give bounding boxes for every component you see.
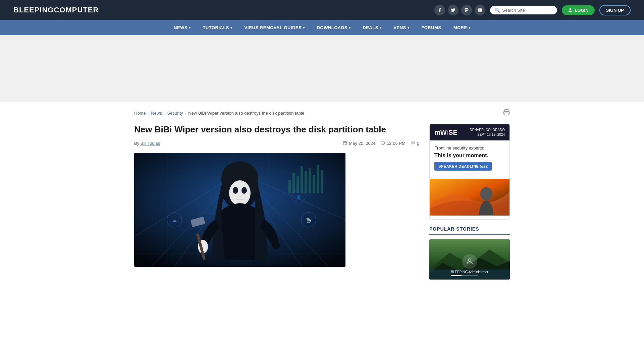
article-time: 12:06 PM — [381, 141, 406, 146]
story-progress-fill — [451, 275, 462, 276]
article-hero-image: 🔒 ☁ 📡 👤 — [134, 153, 345, 267]
nav-arrow-virus-removal: ▾ — [303, 26, 305, 29]
comment-icon — [411, 141, 415, 146]
svg-rect-2 — [505, 113, 508, 115]
ad-location: DENVER, COLORADO SEPT 18-19, 2024 — [470, 128, 505, 137]
nav-item-news[interactable]: NEWS ▾ — [168, 20, 197, 35]
nav-item-more[interactable]: MORE ▾ — [447, 20, 477, 35]
popular-stories-section: POPULAR STORIES — [429, 226, 510, 280]
svg-rect-27 — [297, 176, 299, 193]
svg-rect-30 — [309, 168, 311, 193]
nav-item-virus-removal[interactable]: VIRUS REMOVAL GUIDES ▾ — [238, 20, 311, 35]
breadcrumb: Home › News › Security › New BiBi Wiper … — [134, 109, 510, 117]
article-author-line: By Bill Toulas — [134, 141, 160, 146]
clock-icon — [381, 141, 385, 146]
article-main: New BiBi Wiper version also destroys the… — [134, 124, 419, 267]
popular-story-image[interactable]: BLEEPING\Administrator — [429, 239, 510, 280]
story-overlay: BLEEPING\Administrator — [451, 254, 488, 276]
login-button[interactable]: LOGIN — [562, 5, 594, 15]
header-right: 🔍 LOGIN SIGN UP — [434, 5, 631, 15]
svg-point-53 — [480, 187, 492, 200]
svg-rect-29 — [305, 171, 307, 193]
breadcrumb-sep-3: › — [185, 111, 186, 115]
article-date: May 20, 2024 — [343, 141, 375, 146]
calendar-icon — [343, 141, 347, 146]
nav-arrow-downloads: ▾ — [349, 26, 351, 29]
nav-arrow-vpns: ▾ — [408, 26, 410, 29]
story-avatar — [462, 254, 477, 269]
comments-link[interactable]: 0 — [417, 141, 419, 146]
svg-text:👤: 👤 — [296, 194, 301, 199]
site-header: BLEEPINGCOMPUTER 🔍 LOGIN SIGN UP — [0, 0, 644, 20]
svg-point-1 — [570, 8, 571, 10]
twitter-icon[interactable] — [448, 5, 459, 15]
svg-rect-3 — [343, 141, 347, 145]
svg-point-45 — [229, 180, 251, 206]
breadcrumb-security[interactable]: Security — [167, 111, 183, 116]
svg-rect-26 — [292, 173, 295, 193]
youtube-icon[interactable] — [475, 5, 485, 15]
ad-speaker-image — [430, 179, 509, 216]
article-meta-right: May 20, 2024 12:06 PM 0 — [343, 141, 419, 146]
breadcrumb-home[interactable]: Home — [134, 111, 146, 116]
breadcrumb-sep-2: › — [164, 111, 165, 115]
main-nav: NEWS ▾ TUTORIALS ▾ VIRUS REMOVAL GUIDES … — [0, 20, 644, 35]
nav-item-deals[interactable]: DEALS ▾ — [357, 20, 387, 35]
svg-rect-25 — [288, 180, 291, 193]
nav-item-downloads[interactable]: DOWNLOADS ▾ — [311, 20, 357, 35]
mastodon-icon[interactable] — [461, 5, 472, 15]
svg-point-47 — [241, 187, 247, 194]
nav-arrow-more: ▾ — [469, 26, 471, 29]
popular-stories-title: POPULAR STORIES — [429, 226, 510, 235]
ad-body: Frontline security experts: This is your… — [430, 140, 509, 179]
story-username: BLEEPING\Administrator — [451, 270, 488, 274]
svg-rect-32 — [317, 165, 319, 193]
print-icon[interactable] — [503, 109, 510, 117]
search-input[interactable] — [502, 8, 552, 13]
site-logo[interactable]: BLEEPINGCOMPUTER — [13, 6, 99, 14]
search-icon: 🔍 — [495, 8, 500, 13]
svg-text:📡: 📡 — [306, 218, 312, 223]
svg-rect-28 — [301, 166, 303, 193]
nav-item-vpns[interactable]: VPNS ▾ — [387, 20, 415, 35]
article-comments: 0 — [411, 141, 419, 146]
nav-arrow-deals: ▾ — [380, 26, 382, 29]
breadcrumb-current: New BiBi Wiper version also destroys the… — [188, 111, 304, 116]
breadcrumb-news[interactable]: News — [151, 111, 162, 116]
article-layout: New BiBi Wiper version also destroys the… — [134, 124, 510, 280]
signup-button[interactable]: SIGN UP — [599, 5, 631, 15]
story-progress-bar — [451, 275, 478, 276]
social-icons — [434, 5, 485, 15]
article-title: New BiBi Wiper version also destroys the… — [134, 124, 419, 135]
search-bar: 🔍 — [490, 6, 557, 14]
svg-text:☁: ☁ — [172, 218, 177, 223]
facebook-icon[interactable] — [434, 5, 445, 15]
ad-header: mWiSE DENVER, COLORADO SEPT 18-19, 2024 — [430, 124, 509, 140]
sidebar-ad: mWiSE DENVER, COLORADO SEPT 18-19, 2024 … — [429, 124, 510, 220]
content-wrapper: Home › News › Security › New BiBi Wiper … — [121, 102, 523, 286]
article-meta: By Bill Toulas May 20, 2024 12:06 PM — [134, 141, 419, 146]
svg-rect-31 — [313, 175, 315, 193]
nav-arrow-news: ▾ — [189, 26, 191, 29]
author-link[interactable]: Bill Toulas — [141, 141, 160, 146]
breadcrumb-sep-1: › — [148, 111, 149, 115]
svg-point-46 — [233, 187, 238, 194]
ad-cta-button[interactable]: SPEAKER DEADLINE 5/22 — [434, 162, 492, 171]
ad-banner — [0, 35, 644, 102]
nav-arrow-tutorials: ▾ — [230, 26, 232, 29]
svg-rect-33 — [321, 170, 323, 193]
nav-item-tutorials[interactable]: TUTORIALS ▾ — [197, 20, 238, 35]
nav-item-forums[interactable]: FORUMS — [415, 20, 447, 35]
article-sidebar: mWiSE DENVER, COLORADO SEPT 18-19, 2024 … — [429, 124, 510, 280]
svg-point-56 — [468, 259, 471, 261]
ad-logo: mWiSE — [434, 129, 458, 136]
